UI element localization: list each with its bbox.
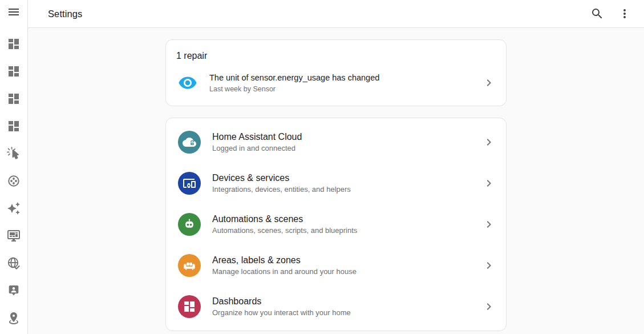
settings-menu-card: Home Assistant Cloud Logged in and conne… xyxy=(165,118,507,331)
settings-item-title: Dashboards xyxy=(212,296,351,308)
settings-item-subtitle: Logged in and connected xyxy=(212,144,302,152)
settings-item-title: Home Assistant Cloud xyxy=(212,131,302,143)
cloud-lock-icon xyxy=(178,131,201,154)
settings-item-subtitle: Manage locations in and around your hous… xyxy=(212,267,357,276)
settings-item-text: Automations & scenes Automations, scenes… xyxy=(212,214,357,235)
settings-item-dashboards[interactable]: Dashboards Organize how you interact wit… xyxy=(166,286,506,327)
sidebar-nav xyxy=(7,37,21,325)
settings-item-text: Home Assistant Cloud Logged in and conne… xyxy=(212,131,302,153)
settings-item-automations-scenes[interactable]: Automations & scenes Automations, scenes… xyxy=(166,204,506,245)
settings-item-title: Automations & scenes xyxy=(212,214,357,226)
repair-item-subtitle: Last week by Sensor xyxy=(209,85,379,93)
dashboard-icon xyxy=(7,92,21,106)
settings-item-title: Areas, labels & zones xyxy=(212,255,357,267)
sidebar-item-dashboard-4[interactable] xyxy=(7,119,21,133)
dashboard-icon xyxy=(7,119,21,133)
search-icon xyxy=(590,7,604,21)
settings-item-subtitle: Integrations, devices, entities, and hel… xyxy=(212,185,351,194)
settings-item-text: Devices & services Integrations, devices… xyxy=(212,172,351,194)
home-assistant-settings-app: Settings 1 repair The unit of sensor.ene… xyxy=(0,0,644,334)
overflow-menu-button[interactable] xyxy=(618,7,631,21)
settings-item-devices-services[interactable]: Devices & services Integrations, devices… xyxy=(166,163,506,204)
app-bar-actions xyxy=(590,7,644,21)
repair-item-title: The unit of sensor.energy_usage has chan… xyxy=(209,73,379,84)
eye-icon xyxy=(178,73,197,92)
sidebar-item-map-marker[interactable] xyxy=(7,311,21,325)
dashboard-icon xyxy=(7,37,21,51)
repairs-heading: 1 repair xyxy=(166,40,506,67)
hamburger-menu-icon xyxy=(7,5,21,19)
menu-button[interactable] xyxy=(7,5,21,19)
sidebar-item-cursor-click[interactable] xyxy=(7,147,21,160)
settings-item-home-assistant-cloud[interactable]: Home Assistant Cloud Logged in and conne… xyxy=(166,122,506,163)
app-bar: Settings xyxy=(28,0,644,28)
sidebar-item-web-check[interactable] xyxy=(7,256,21,270)
settings-item-subtitle: Organize how you interact with your home xyxy=(212,308,351,317)
repairs-card: 1 repair The unit of sensor.energy_usage… xyxy=(165,39,507,106)
settings-item-text: Dashboards Organize how you interact wit… xyxy=(212,296,351,317)
web-check-icon xyxy=(7,256,21,270)
badge-account-icon xyxy=(7,284,21,297)
devices-icon xyxy=(178,172,201,195)
sidebar-item-dashboard-3[interactable] xyxy=(7,92,21,106)
settings-item-subtitle: Automations, scenes, scripts, and bluepr… xyxy=(212,226,357,235)
dashboard-grid-icon xyxy=(178,295,201,318)
sidebar-item-dashboard-1[interactable] xyxy=(7,37,21,51)
sidebar-item-film-reel[interactable] xyxy=(7,174,21,188)
chevron-right-icon xyxy=(482,76,496,90)
chevron-right-icon xyxy=(482,218,496,231)
settings-item-text: Areas, labels & zones Manage locations i… xyxy=(212,255,357,276)
kebab-menu-icon xyxy=(618,7,631,21)
sidebar-item-dashboard-2[interactable] xyxy=(7,65,21,78)
sofa-icon xyxy=(178,254,201,277)
settings-content: 1 repair The unit of sensor.energy_usage… xyxy=(28,28,644,334)
chevron-right-icon xyxy=(482,135,496,149)
sparkles-icon xyxy=(7,202,21,215)
page-title: Settings xyxy=(48,9,82,19)
sidebar-item-monitor[interactable] xyxy=(7,229,21,243)
monitor-dashboard-icon xyxy=(7,229,21,243)
chevron-right-icon xyxy=(482,259,496,272)
sidebar xyxy=(0,0,28,334)
search-button[interactable] xyxy=(590,7,604,21)
chevron-right-icon xyxy=(482,300,496,313)
cursor-click-icon xyxy=(7,147,21,160)
repair-item-row[interactable]: The unit of sensor.energy_usage has chan… xyxy=(166,67,506,106)
settings-item-title: Devices & services xyxy=(212,172,351,184)
repair-item-text: The unit of sensor.energy_usage has chan… xyxy=(209,73,379,93)
robot-icon xyxy=(178,213,201,236)
dashboard-icon xyxy=(7,65,21,78)
chevron-right-icon xyxy=(482,176,496,190)
map-marker-icon xyxy=(7,311,21,325)
sidebar-item-sparkles[interactable] xyxy=(7,202,21,215)
sidebar-item-badge-account[interactable] xyxy=(7,284,21,297)
settings-item-areas-labels-zones[interactable]: Areas, labels & zones Manage locations i… xyxy=(166,245,506,286)
film-reel-icon xyxy=(7,174,21,188)
